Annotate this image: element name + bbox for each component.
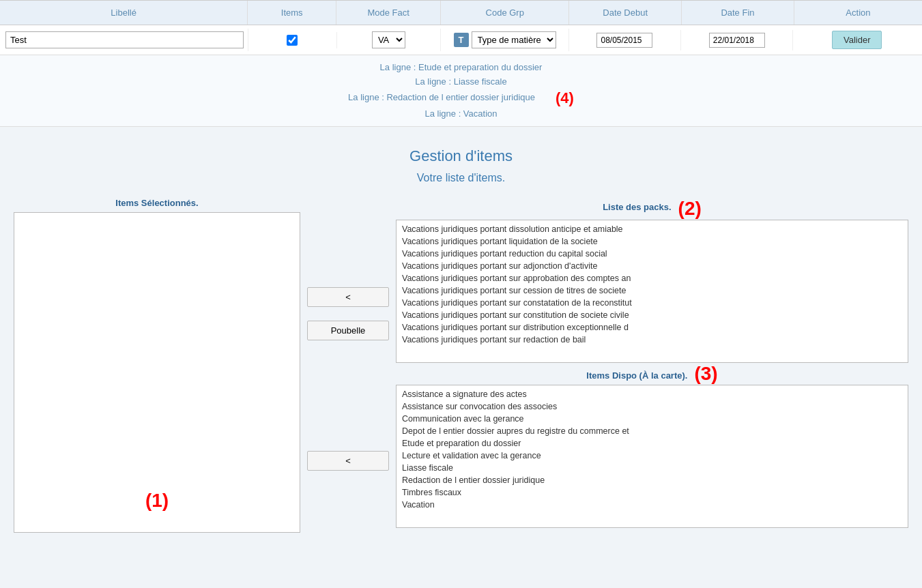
packs-list-item[interactable]: Vacations juridiques portant sur constat…: [397, 297, 908, 309]
dispo-list-item[interactable]: Depot de l entier dossier aupres du regi…: [397, 425, 908, 437]
packs-list-item[interactable]: Vacations juridiques portant dissolution…: [397, 223, 908, 235]
col-header-libelle: Libellé: [0, 1, 248, 25]
libelle-input[interactable]: [5, 31, 244, 48]
datefin-input[interactable]: [709, 33, 765, 48]
packs-list: Vacations juridiques portant dissolution…: [397, 220, 908, 349]
dispo-list-item[interactable]: Redaction de l entier dossier juridique: [397, 474, 908, 486]
line-4-link[interactable]: La ligne : Vacation: [0, 107, 922, 121]
dispo-list-item[interactable]: Liasse fiscale: [397, 462, 908, 474]
dispo-list-item[interactable]: Communication avec la gerance: [397, 413, 908, 425]
poubelle-button[interactable]: Poubelle: [307, 321, 389, 340]
action-cell: Valider: [793, 28, 921, 52]
left-panel-title: Items Sélectionnés.: [14, 198, 300, 212]
packs-list-item[interactable]: Vacations juridiques portant sur adjonct…: [397, 260, 908, 272]
col-header-modefact: Mode Fact: [336, 1, 441, 25]
add-from-packs-button[interactable]: <: [307, 287, 389, 307]
packs-list-box[interactable]: Vacations juridiques portant dissolution…: [396, 220, 908, 363]
dispo-list-item[interactable]: Assistance a signature des actes: [397, 388, 908, 400]
dispo-list-item[interactable]: Vacation: [397, 499, 908, 511]
annotation-2: (2): [678, 198, 702, 220]
dispo-list-item[interactable]: Assistance sur convocation des associes: [397, 400, 908, 413]
packs-list-item[interactable]: Vacations juridiques portant sur approba…: [397, 272, 908, 284]
right-panel: Liste des packs. (2) Vacations juridique…: [396, 198, 908, 533]
dispo-list-item[interactable]: Timbres fiscaux: [397, 486, 908, 499]
page-subtitle: Votre liste d'items.: [0, 172, 922, 198]
t-badge: T: [454, 33, 469, 47]
col-header-datedebut: Date Debut: [569, 1, 682, 25]
codegrp-cell: T Type de matière Option 2 Option 3: [441, 29, 569, 51]
modefact-select[interactable]: VA VB VC: [372, 31, 405, 48]
main-layout: Items Sélectionnés. (1) < Poubelle < Lis…: [0, 198, 922, 546]
packs-title: Liste des packs.: [603, 202, 671, 216]
line-1-link[interactable]: La ligne : Etude et preparation du dossi…: [0, 61, 922, 75]
dispo-list-box[interactable]: Assistance a signature des actesAssistan…: [396, 385, 908, 528]
packs-list-item[interactable]: Vacations juridiques portant liquidation…: [397, 235, 908, 248]
datedebut-input[interactable]: [596, 33, 652, 48]
items-cell: [248, 32, 336, 48]
page-title: Gestion d'items: [0, 127, 922, 172]
table-data-row: VA VB VC T Type de matière Option 2 Opti…: [0, 25, 922, 55]
modefact-cell: VA VB VC: [337, 29, 442, 51]
packs-list-item[interactable]: Vacations juridiques portant sur redacti…: [397, 334, 908, 346]
items-checkbox[interactable]: [287, 35, 298, 46]
col-header-items: Items: [248, 1, 336, 25]
type-matiere-select[interactable]: Type de matière Option 2 Option 3: [472, 31, 556, 48]
dispo-list: Assistance a signature des actesAssistan…: [397, 385, 908, 514]
packs-list-item[interactable]: Vacations juridiques portant sur distrib…: [397, 321, 908, 334]
mid-bottom-buttons: <: [307, 451, 389, 471]
dispo-title: Items Dispo (À la carte).: [586, 364, 687, 385]
table-header: Libellé Items Mode Fact Code Grp Date De…: [0, 0, 922, 25]
col-header-action: Action: [794, 1, 922, 25]
line-2-link[interactable]: La ligne : Liasse fiscale: [0, 75, 922, 89]
selected-items-box[interactable]: (1): [14, 212, 300, 533]
packs-list-item[interactable]: Vacations juridiques portant sur cession…: [397, 284, 908, 297]
annotation-4: (4): [556, 89, 574, 107]
libelle-cell: [1, 29, 248, 51]
line-3-link[interactable]: La ligne : Redaction de l entier dossier…: [348, 91, 535, 105]
lines-info: La ligne : Etude et preparation du dossi…: [0, 55, 922, 127]
mid-top-buttons: < Poubelle: [307, 287, 389, 340]
col-header-datefin: Date Fin: [682, 1, 794, 25]
packs-list-item[interactable]: Vacations juridiques portant reduction d…: [397, 248, 908, 260]
dispo-list-item[interactable]: Lecture et validation avec la gerance: [397, 450, 908, 462]
dispo-list-item[interactable]: Etude et preparation du dossier: [397, 437, 908, 450]
packs-list-item[interactable]: Vacations juridiques portant sur constit…: [397, 309, 908, 321]
datedebut-cell: [569, 30, 681, 50]
col-header-codegrp: Code Grp: [441, 1, 569, 25]
mid-panel: < Poubelle <: [300, 198, 396, 533]
left-panel: Items Sélectionnés. (1): [14, 198, 300, 533]
valider-button[interactable]: Valider: [832, 31, 882, 49]
annotation-3: (3): [694, 363, 717, 385]
annotation-1: (1): [145, 490, 169, 512]
datefin-cell: [681, 30, 793, 50]
add-from-dispo-button[interactable]: <: [307, 451, 389, 471]
